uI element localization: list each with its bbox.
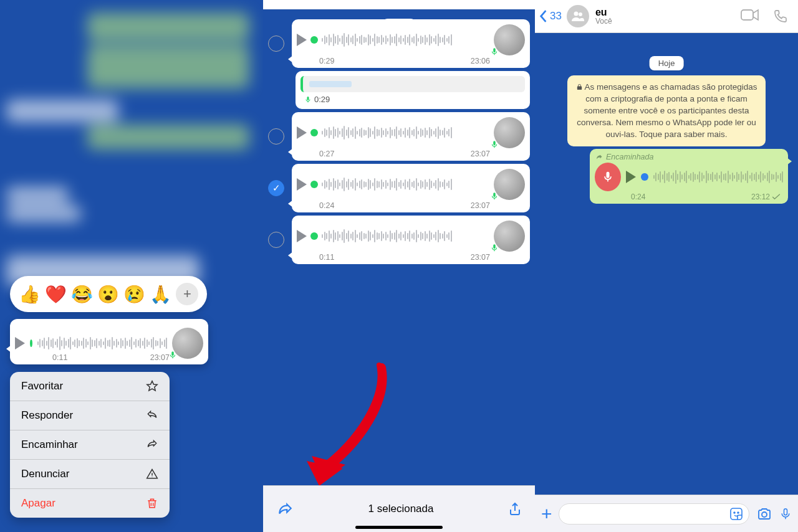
message-row[interactable]: 0:2723:07 — [268, 112, 530, 161]
forwarded-voice-bubble[interactable]: Encaminhada 0:24 23:12 — [590, 149, 788, 204]
voice-call-icon[interactable] — [773, 9, 788, 24]
voice-bubble[interactable]: 0:2923:06 — [292, 19, 530, 68]
play-icon[interactable] — [297, 178, 307, 191]
voice-duration: 0:24 — [319, 201, 334, 210]
mic-icon — [490, 244, 499, 252]
menu-favorite-label: Favoritar — [21, 380, 63, 392]
play-icon[interactable] — [297, 230, 307, 242]
reply-icon — [146, 409, 158, 422]
encryption-notice[interactable]: As mensagens e as chamadas são protegida… — [567, 75, 766, 146]
message-row[interactable]: 0:2923:06 — [268, 19, 530, 68]
panel-forwarded-chat: 33 eu Você Hoje As mensagens e as chamad… — [535, 0, 798, 532]
menu-report-label: Denunciar — [21, 468, 70, 480]
svg-point-1 — [579, 12, 582, 16]
waveform — [322, 125, 490, 140]
playhead-dot — [641, 173, 648, 181]
svg-rect-3 — [731, 508, 742, 520]
reaction-pray[interactable]: 🙏 — [150, 284, 171, 305]
play-icon[interactable] — [297, 126, 307, 139]
forward-button[interactable] — [276, 501, 294, 517]
date-pill: Hoje — [650, 56, 684, 70]
play-icon[interactable] — [297, 34, 307, 46]
voice-bubble[interactable]: 0:2423:07 — [292, 164, 530, 212]
menu-forward-label: Encaminhar — [21, 439, 78, 451]
play-icon[interactable] — [626, 171, 636, 183]
reaction-laugh[interactable]: 😂 — [71, 284, 93, 305]
mic-button[interactable] — [779, 505, 792, 523]
svg-rect-2 — [741, 10, 753, 20]
menu-favorite[interactable]: Favoritar — [10, 372, 170, 401]
contact-avatar[interactable] — [567, 5, 589, 27]
forwarded-label: Encaminhada — [606, 153, 653, 161]
voice-bubble[interactable]: 0:1123:07 — [292, 216, 530, 264]
voice-timestamp: 23:07 — [471, 201, 490, 210]
reply-quote-bubble[interactable]: 0:29 — [296, 71, 530, 109]
share-button[interactable] — [507, 500, 522, 518]
mic-icon — [490, 192, 499, 201]
mic-icon — [490, 47, 499, 56]
svg-point-5 — [738, 512, 739, 513]
status-bar — [263, 0, 535, 9]
message-row[interactable]: 0:1123:07 — [268, 216, 530, 264]
lock-icon — [576, 83, 583, 91]
waveform — [653, 169, 784, 184]
selection-circle-checked[interactable]: ✓ — [268, 180, 284, 196]
menu-forward[interactable]: Encaminhar — [10, 430, 170, 460]
quoted-name-placeholder — [309, 81, 352, 87]
reaction-thumbs-up[interactable]: 👍 — [19, 284, 41, 305]
playhead-dot — [30, 340, 32, 347]
voice-bubble[interactable]: 0:2723:07 — [292, 112, 530, 161]
reaction-bar: 👍 ❤️ 😂 😮 😢 🙏 + — [10, 276, 207, 312]
playhead-dot — [310, 181, 318, 188]
back-count-badge[interactable]: 33 — [550, 10, 562, 22]
voice-duration: 0:11 — [52, 353, 67, 362]
selected-voice-message[interactable]: 0:11 23:07 — [10, 319, 208, 364]
menu-report[interactable]: Denunciar — [10, 460, 170, 489]
reaction-add-icon[interactable]: + — [176, 283, 198, 305]
sender-avatar — [494, 117, 525, 148]
attach-button[interactable]: + — [541, 503, 552, 525]
menu-reply-label: Responder — [21, 409, 73, 422]
reaction-sad[interactable]: 😢 — [123, 284, 145, 305]
context-menu: Favoritar Responder Encaminhar Denunciar… — [10, 372, 170, 518]
reaction-heart[interactable]: ❤️ — [45, 284, 67, 305]
menu-reply[interactable]: Responder — [10, 401, 170, 430]
mic-icon — [304, 96, 312, 103]
voice-timestamp: 23:07 — [471, 150, 490, 158]
waveform — [37, 336, 168, 351]
playhead-dot — [310, 232, 318, 240]
voice-timestamp: 23:07 — [471, 253, 490, 262]
message-input[interactable] — [559, 503, 749, 525]
waveform — [322, 32, 490, 47]
warning-icon — [146, 468, 158, 480]
sender-avatar — [494, 24, 525, 55]
composer-bar: + — [535, 495, 798, 532]
selected-count: 1 selecionada — [368, 503, 434, 515]
sticker-icon[interactable] — [729, 506, 744, 521]
camera-icon[interactable] — [756, 506, 773, 521]
trash-icon — [146, 497, 158, 510]
voice-timestamp: 23:07 — [150, 353, 170, 362]
waveform — [322, 177, 490, 192]
selection-circle[interactable] — [268, 36, 284, 52]
message-row-selected[interactable]: ✓ 0:2423:07 — [268, 164, 530, 212]
selection-circle[interactable] — [268, 128, 284, 145]
sender-avatar — [494, 221, 525, 252]
back-button[interactable] — [539, 9, 547, 23]
quoted-duration: 0:29 — [314, 95, 330, 104]
forward-icon — [146, 439, 158, 451]
mic-icon — [602, 171, 614, 183]
video-call-icon[interactable] — [741, 9, 759, 21]
menu-delete[interactable]: Apagar — [10, 489, 170, 518]
reaction-wow[interactable]: 😮 — [97, 284, 119, 305]
contact-info[interactable]: eu Você — [595, 7, 612, 26]
panel-selection-mode: Hoje 0:2923:06 0:29 — [263, 0, 535, 532]
selection-circle[interactable] — [268, 232, 284, 248]
svg-point-6 — [762, 512, 767, 517]
sender-avatar — [172, 328, 203, 359]
play-icon[interactable] — [15, 337, 25, 349]
message-list: 0:2923:06 0:29 0:2723:07 — [263, 16, 535, 485]
contact-subtitle: Você — [595, 17, 612, 26]
voice-timestamp: 23:06 — [471, 57, 490, 65]
panel-context-menu: 👍 ❤️ 😂 😮 😢 🙏 + 0:11 23:07 Favoritar Resp… — [0, 0, 263, 532]
